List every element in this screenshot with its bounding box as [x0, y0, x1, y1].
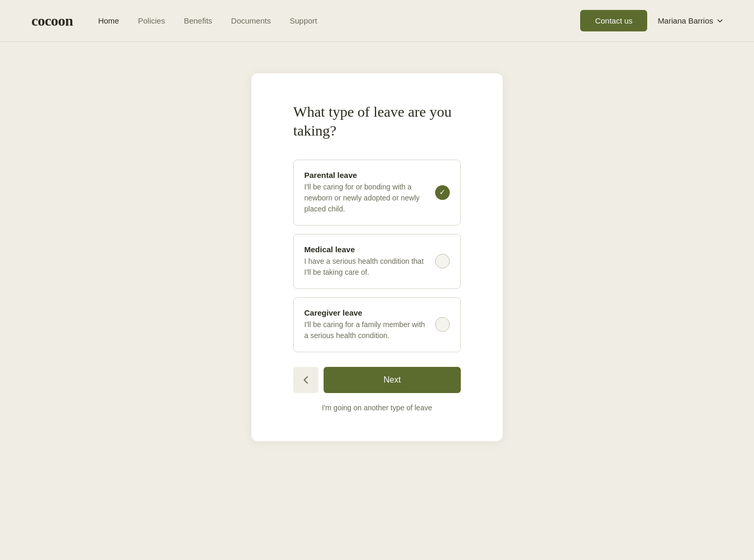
option-medical-radio — [435, 254, 450, 268]
next-button[interactable]: Next — [324, 367, 461, 393]
page-header: cocoon Home Policies Benefits Documents … — [0, 0, 754, 42]
contact-us-button[interactable]: Contact us — [580, 10, 647, 31]
option-parental-label: Parental leave — [304, 171, 427, 180]
chevron-left-icon — [303, 376, 308, 384]
brand-logo: cocoon — [31, 13, 73, 29]
options-list: Parental leave I'll be caring for or bon… — [293, 160, 461, 352]
nav-benefits[interactable]: Benefits — [184, 16, 212, 25]
option-medical-desc: I have a serious health condition that I… — [304, 256, 427, 278]
back-button[interactable] — [293, 367, 318, 393]
option-caregiver-text: Caregiver leave I'll be caring for a fam… — [304, 308, 427, 341]
nav-support[interactable]: Support — [290, 16, 317, 25]
option-medical-text: Medical leave I have a serious health co… — [304, 245, 427, 278]
nav-documents[interactable]: Documents — [231, 16, 271, 25]
user-menu[interactable]: Mariana Barrios — [658, 16, 723, 25]
header-right: Contact us Mariana Barrios — [580, 10, 723, 31]
option-parental-radio: ✓ — [435, 185, 450, 200]
form-title: What type of leave are you taking? — [293, 103, 461, 141]
option-caregiver-desc: I'll be caring for a family member with … — [304, 319, 427, 341]
header-left: cocoon Home Policies Benefits Documents … — [31, 13, 317, 29]
option-medical-label: Medical leave — [304, 245, 427, 254]
nav-policies[interactable]: Policies — [138, 16, 165, 25]
main-nav: Home Policies Benefits Documents Support — [98, 16, 317, 25]
option-caregiver-radio — [435, 317, 450, 332]
main-content: What type of leave are you taking? Paren… — [0, 42, 754, 473]
option-parental[interactable]: Parental leave I'll be caring for or bon… — [293, 160, 461, 226]
option-caregiver-label: Caregiver leave — [304, 308, 427, 317]
option-parental-text: Parental leave I'll be caring for or bon… — [304, 171, 427, 215]
option-parental-desc: I'll be caring for or bonding with a new… — [304, 182, 427, 215]
leave-type-card: What type of leave are you taking? Paren… — [251, 73, 503, 441]
nav-home[interactable]: Home — [98, 16, 119, 25]
buttons-row: Next — [293, 367, 461, 393]
chevron-down-icon — [717, 19, 723, 23]
option-medical[interactable]: Medical leave I have a serious health co… — [293, 234, 461, 289]
checkmark-icon: ✓ — [439, 189, 446, 196]
option-caregiver[interactable]: Caregiver leave I'll be caring for a fam… — [293, 297, 461, 352]
alt-leave-link[interactable]: I'm going on another type of leave — [293, 404, 461, 412]
user-name: Mariana Barrios — [658, 16, 713, 25]
